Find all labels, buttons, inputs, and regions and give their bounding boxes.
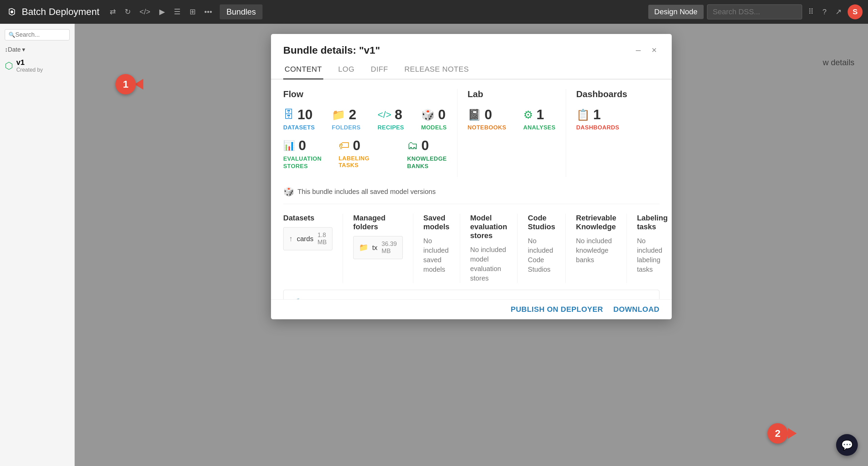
labeling-tasks-count: 0 — [353, 138, 360, 153]
stat-datasets: 🗄 10 DATASETS — [283, 107, 315, 131]
dashboards-label: DASHBOARDS — [576, 124, 619, 131]
stat-eval-stores: 📊 0 EVALUATIONSTORES — [283, 138, 322, 170]
folders-count: 2 — [349, 107, 356, 122]
folder-item-tx: 📁 tx 36.39 MB — [353, 236, 403, 259]
sidebar-item-v1[interactable]: ⬡ v1 Created by — [0, 55, 74, 76]
modal-header: Bundle details: "v1" – × — [271, 34, 672, 57]
recipes-icon: </> — [378, 109, 391, 120]
dataset-item-cards: ↑ cards 1.8 MB — [283, 227, 332, 250]
modal-minimize-button[interactable]: – — [633, 43, 643, 57]
datasets-col-title: Datasets — [283, 214, 332, 222]
folders-col-title: Managed folders — [353, 214, 403, 231]
folder-name-tx: tx — [372, 244, 378, 252]
stat-notebooks: 📓 0 NOTEBOOKS — [468, 107, 506, 131]
filter-icon: ↕ — [5, 46, 8, 53]
download-button[interactable]: DOWNLOAD — [613, 305, 659, 314]
tab-diff[interactable]: DIFF — [369, 60, 390, 79]
search-input[interactable] — [707, 4, 802, 19]
external-link-icon[interactable]: ↗ — [833, 5, 844, 19]
grid-icon[interactable]: ⊞ — [187, 5, 198, 19]
recipes-count: 8 — [395, 107, 402, 122]
stat-analyses: ⚙ 1 ANALYSES — [523, 107, 556, 131]
dashboards-count: 1 — [593, 107, 601, 122]
eval-stores-count: 0 — [299, 138, 306, 153]
folders-col: Managed folders 📁 tx 36.39 MB — [343, 214, 413, 283]
bundles-button[interactable]: Bundles — [220, 4, 263, 19]
svg-point-1 — [11, 11, 13, 13]
modal-tabs: CONTENT LOG DIFF RELEASE NOTES — [271, 60, 672, 79]
analyses-count: 1 — [537, 107, 544, 122]
deploy-icon[interactable]: ☰ — [171, 5, 183, 19]
code-studios-col: Code Studios No included Code Studios — [517, 214, 565, 283]
bundle-sub: Created by — [16, 67, 43, 73]
code-icon[interactable]: </> — [137, 5, 153, 19]
upload-icon: ↑ — [289, 234, 293, 243]
stat-dashboards: 📋 1 DASHBOARDS — [576, 107, 619, 131]
nav-right-icons: ⠿ ? ↗ S — [806, 4, 863, 19]
app-logo[interactable] — [5, 5, 18, 18]
avatar[interactable]: S — [848, 4, 863, 19]
apps-grid-icon[interactable]: ⠿ — [806, 5, 816, 19]
folder-item-icon: 📁 — [359, 243, 368, 252]
bundle-label: v1 — [16, 58, 43, 67]
modal-close-button[interactable]: × — [649, 43, 659, 57]
modal-dialog: Bundle details: "v1" – × CONTENT LOG DIF… — [271, 34, 672, 319]
models-note-icon: 🎲 — [283, 186, 294, 197]
models-label: MODELS — [421, 124, 447, 131]
stats-three-col: Flow 🗄 10 DATASETS — [283, 89, 659, 177]
flow-title: Flow — [283, 89, 447, 100]
knowledge-empty: No included knowledge banks — [576, 236, 616, 265]
tab-release-notes[interactable]: RELEASE NOTES — [403, 60, 470, 79]
design-node-button[interactable]: Design Node — [648, 5, 704, 19]
folder-size-tx: 36.39 MB — [381, 240, 397, 255]
labeling-tasks-icon: 🏷 — [339, 139, 349, 152]
sidebar: 🔍 ↕ Date ▾ ⬡ v1 Created by — [0, 24, 75, 466]
eval-stores-col: Model evaluation stores No included mode… — [460, 214, 518, 283]
annotation-badge-1: 1 — [115, 74, 136, 94]
dataset-name-cards: cards — [297, 235, 313, 243]
annotation-badge-2: 2 — [767, 423, 788, 444]
labeling-col: Labeling tasks No included labeling task… — [627, 214, 672, 283]
refresh-icon[interactable]: ↻ — [122, 5, 133, 19]
filter-label: Date — [8, 46, 21, 53]
eval-stores-empty: No included model evaluation stores — [470, 245, 507, 283]
models-note-text: This bundle includes all saved model ver… — [297, 188, 436, 196]
filter-chevron-icon: ▾ — [22, 46, 25, 53]
page-area: w details 1 Bundle details: "v1" – × CON… — [75, 24, 868, 466]
chat-icon: 💬 — [841, 440, 853, 451]
models-count: 0 — [438, 107, 446, 122]
dashboards-icon: 📋 — [576, 108, 590, 121]
search-icon: 🔍 — [8, 32, 15, 38]
modal-overlay: Bundle details: "v1" – × CONTENT LOG DIF… — [75, 24, 868, 466]
chat-button[interactable]: 💬 — [836, 434, 858, 456]
sidebar-toolbar: 🔍 — [0, 29, 74, 44]
tab-log[interactable]: LOG — [337, 60, 356, 79]
help-icon[interactable]: ? — [820, 5, 829, 19]
recipes-label: RECIPES — [378, 124, 404, 131]
eval-stores-label: EVALUATIONSTORES — [283, 155, 322, 170]
datasets-icon: 🗄 — [283, 108, 294, 121]
saved-models-col-title: Saved models — [423, 214, 450, 231]
notebooks-label: NOTEBOOKS — [468, 124, 506, 131]
datasets-col: Datasets ↑ cards 1.8 MB — [283, 214, 343, 283]
tab-content[interactable]: CONTENT — [283, 60, 323, 79]
dashboards-stats-row: 📋 1 DASHBOARDS — [576, 107, 649, 131]
knowledge-banks-label: KNOWLEDGEBANKS — [407, 155, 447, 170]
share-icon[interactable]: ⇄ — [107, 5, 119, 19]
eval-stores-icon: 📊 — [283, 140, 295, 151]
lab-section: Lab 📓 0 NOTEBOOKS — [457, 89, 566, 177]
flow-section: Flow 🗄 10 DATASETS — [283, 89, 457, 177]
more-icon[interactable]: ••• — [202, 5, 215, 19]
sidebar-search-input[interactable] — [15, 31, 66, 38]
models-icon: 🎲 — [421, 108, 435, 121]
publish-deployer-button[interactable]: PUBLISH ON DEPLOYER — [511, 305, 603, 314]
play-icon[interactable]: ▶ — [157, 5, 168, 19]
governance-section: 🔨 Governance status ↗ Synced on Dataiku … — [283, 290, 659, 299]
knowledge-col: Retrievable Knowledge No included knowle… — [565, 214, 627, 283]
sidebar-filter-row[interactable]: ↕ Date ▾ — [0, 44, 74, 55]
badge-2-container: 2 — [767, 423, 797, 444]
modal-header-actions: – × — [633, 43, 659, 57]
modal-footer: PUBLISH ON DEPLOYER DOWNLOAD — [271, 299, 672, 319]
sidebar-search-box[interactable]: 🔍 — [5, 29, 70, 40]
notebooks-count: 0 — [485, 107, 492, 122]
